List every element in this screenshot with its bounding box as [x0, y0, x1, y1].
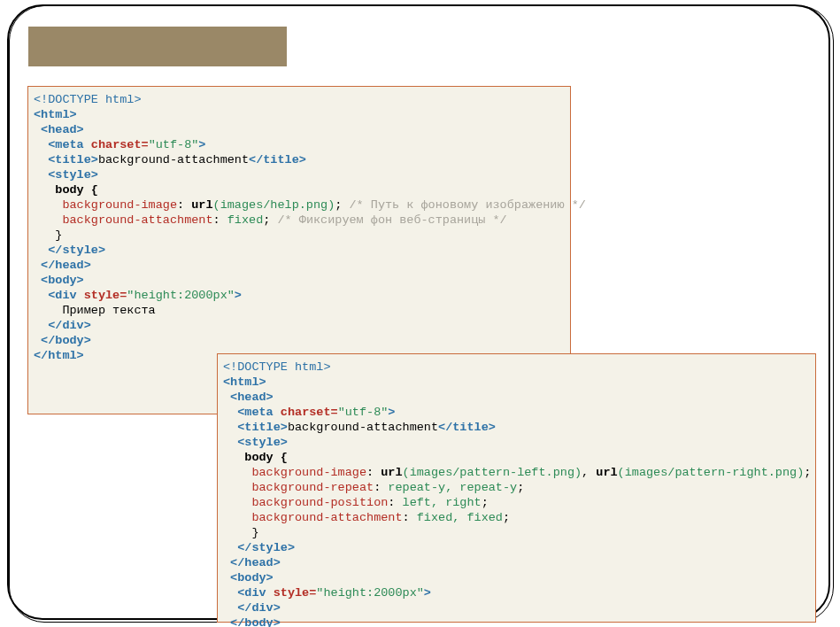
body-open: <body> [41, 274, 84, 287]
code-example-2: <!DOCTYPE html> <html> <head> <meta char… [217, 353, 816, 623]
body-close: </body> [230, 616, 281, 627]
colon: : [366, 466, 381, 479]
body-close: </body> [41, 334, 91, 347]
div-attr: style= [84, 289, 127, 302]
meta-attr: charset= [91, 138, 149, 151]
colon: : [403, 511, 417, 524]
url-fn: url [381, 466, 402, 479]
html-close: </html> [34, 349, 84, 362]
head-close: </head> [230, 556, 281, 569]
bg-pos-val: left, right [403, 496, 482, 509]
div-open: <div [48, 289, 76, 302]
title-open: <title> [48, 153, 98, 166]
style-open: <style> [48, 168, 98, 182]
sep: , [582, 466, 596, 479]
url-fn: url [191, 198, 212, 212]
title-text: background-attachment [288, 421, 438, 434]
div-val: "height:2000px" [316, 586, 424, 600]
head-close: </head> [41, 259, 91, 272]
title-text: background-attachment [98, 153, 249, 166]
div-close: > [235, 289, 242, 302]
bg-attach-prop: background-attachment [62, 213, 212, 227]
comment-2: /* Фиксируем фон веб-страницы */ [270, 213, 506, 227]
bg-pos-prop: background-position [251, 496, 388, 509]
url-arg: (images/help.png) [213, 198, 335, 212]
comment-1: /* Путь к фоновому изображению */ [342, 198, 585, 212]
bg-image-prop: background-image [62, 198, 177, 212]
bg-image-prop: background-image [251, 466, 366, 479]
div-end: </div> [237, 601, 281, 615]
meta-val: "utf-8" [338, 406, 389, 419]
close-brace: } [55, 228, 62, 242]
div-text: Пример текста [62, 304, 155, 317]
bg-attach-val: fixed, fixed [417, 511, 503, 524]
meta-close: > [388, 406, 395, 419]
url-arg: (images/pattern-left.png) [403, 466, 582, 479]
div-close: > [424, 586, 431, 600]
style-close: </style> [48, 244, 105, 257]
colon: : [388, 496, 402, 509]
style-close: </style> [237, 541, 295, 554]
close-brace: } [251, 526, 258, 539]
body-selector: body { [55, 183, 98, 197]
meta-val: "utf-8" [149, 138, 199, 151]
url-arg: (images/pattern-right.png) [618, 466, 805, 479]
head-open: <head> [41, 123, 84, 136]
title-placeholder [28, 27, 287, 66]
bg-repeat-prop: background-repeat [251, 481, 374, 494]
body-open: <body> [230, 571, 274, 584]
colon: : [177, 198, 191, 212]
semi: ; [482, 496, 489, 509]
meta-open: <meta [237, 406, 274, 419]
colon: : [374, 481, 388, 494]
bg-attach-prop: background-attachment [251, 511, 402, 524]
div-attr: style= [274, 586, 317, 600]
slide: <!DOCTYPE html> <html> <head> <meta char… [0, 0, 840, 627]
meta-close: > [198, 138, 205, 151]
doctype: <!DOCTYPE html> [34, 93, 142, 106]
style-open: <style> [237, 436, 288, 449]
semi: ; [804, 466, 811, 479]
bg-repeat-val: repeat-y, repeat-y [388, 481, 517, 494]
bg-attach-val: fixed [227, 213, 264, 227]
colon: : [213, 213, 227, 227]
semi: ; [517, 481, 524, 494]
url-fn: url [596, 466, 617, 479]
html-open: <html> [34, 108, 77, 121]
head-open: <head> [230, 391, 274, 404]
meta-open: <meta [48, 138, 84, 151]
div-val: "height:2000px" [127, 289, 235, 302]
html-open: <html> [223, 375, 266, 389]
semi: ; [503, 511, 510, 524]
div-open: <div [237, 586, 266, 600]
meta-attr: charset= [281, 406, 338, 419]
doctype: <!DOCTYPE html> [223, 360, 331, 374]
title-close: </title> [438, 421, 496, 434]
div-end: </div> [48, 319, 91, 332]
body-selector: body { [244, 451, 288, 464]
title-open: <title> [237, 421, 288, 434]
title-close: </title> [249, 153, 306, 166]
